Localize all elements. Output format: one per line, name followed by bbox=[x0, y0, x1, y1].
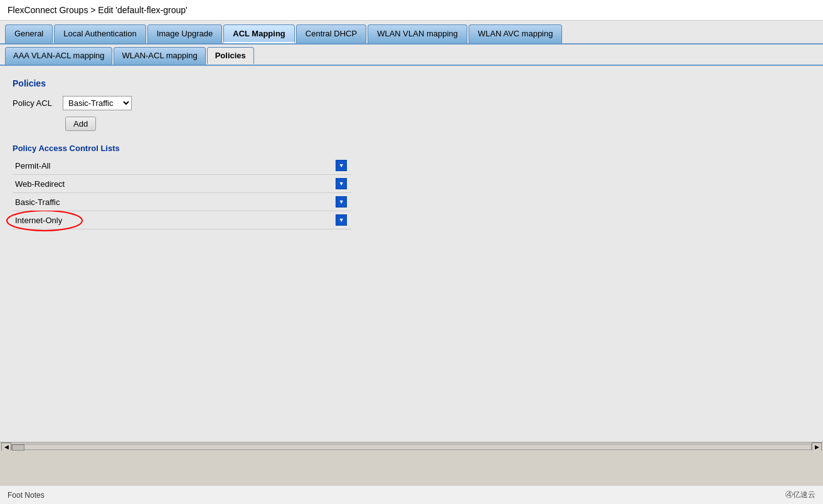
acl-item-checkbox[interactable] bbox=[331, 157, 351, 175]
scroll-left-btn[interactable]: ◀ bbox=[1, 443, 11, 451]
main-tab-local-auth[interactable]: Local Authentication bbox=[54, 24, 146, 43]
main-tab-acl-mapping[interactable]: ACL Mapping bbox=[223, 24, 295, 43]
horizontal-scrollbar[interactable]: ◀ ▶ bbox=[0, 442, 823, 451]
main-tab-wlan-avc[interactable]: WLAN AVC mapping bbox=[469, 24, 563, 43]
acl-section-title: Policy Access Control Lists bbox=[13, 144, 810, 153]
acl-item-checkbox[interactable] bbox=[331, 193, 351, 211]
policy-acl-row: Policy ACL Basic-TrafficPermit-AllWeb-Re… bbox=[13, 96, 810, 110]
table-row: Internet-Only bbox=[13, 211, 351, 229]
table-row: Web-Redirect bbox=[13, 175, 351, 193]
policies-section-title: Policies bbox=[13, 78, 810, 88]
checkbox-icon[interactable] bbox=[336, 178, 347, 189]
main-tab-image-upgrade[interactable]: Image Upgrade bbox=[147, 24, 223, 43]
table-row: Basic-Traffic bbox=[13, 193, 351, 211]
acl-item-name: Permit-All bbox=[13, 157, 331, 175]
acl-item-checkbox[interactable] bbox=[331, 211, 351, 229]
main-tabs: GeneralLocal AuthenticationImage Upgrade… bbox=[0, 21, 823, 45]
acl-item-name: Internet-Only bbox=[13, 211, 331, 229]
main-tab-central-dhcp[interactable]: Central DHCP bbox=[296, 24, 366, 43]
scrollbar-thumb[interactable] bbox=[12, 444, 24, 451]
acl-item-checkbox[interactable] bbox=[331, 175, 351, 193]
sub-tab-wlan-acl[interactable]: WLAN-ACL mapping bbox=[114, 47, 205, 65]
sub-tab-aaa-vlan[interactable]: AAA VLAN-ACL mapping bbox=[5, 47, 112, 65]
acl-item-name: Web-Redirect bbox=[13, 175, 331, 193]
page-header: FlexConnect Groups > Edit 'default-flex-… bbox=[0, 0, 823, 21]
table-row: Permit-All bbox=[13, 157, 351, 175]
checkbox-icon[interactable] bbox=[336, 160, 347, 171]
main-tab-wlan-vlan[interactable]: WLAN VLAN mapping bbox=[368, 24, 467, 43]
scrollbar-track[interactable] bbox=[11, 444, 812, 450]
add-button[interactable]: Add bbox=[65, 117, 96, 131]
policy-acl-select[interactable]: Basic-TrafficPermit-AllWeb-RedirectInter… bbox=[63, 96, 132, 110]
sub-tabs: AAA VLAN-ACL mappingWLAN-ACL mappingPoli… bbox=[0, 45, 823, 66]
acl-table: Permit-AllWeb-RedirectBasic-TrafficInter… bbox=[13, 157, 351, 229]
policy-acl-label: Policy ACL bbox=[13, 98, 56, 108]
checkbox-icon[interactable] bbox=[336, 214, 347, 226]
main-tab-general[interactable]: General bbox=[5, 24, 53, 43]
acl-item-name: Basic-Traffic bbox=[13, 193, 331, 211]
scroll-right-btn[interactable]: ▶ bbox=[812, 443, 822, 451]
content-area: Policies Policy ACL Basic-TrafficPermit-… bbox=[0, 66, 823, 442]
breadcrumb: FlexConnect Groups > Edit 'default-flex-… bbox=[8, 5, 188, 15]
sub-tab-policies[interactable]: Policies bbox=[207, 47, 254, 65]
checkbox-icon[interactable] bbox=[336, 196, 347, 207]
